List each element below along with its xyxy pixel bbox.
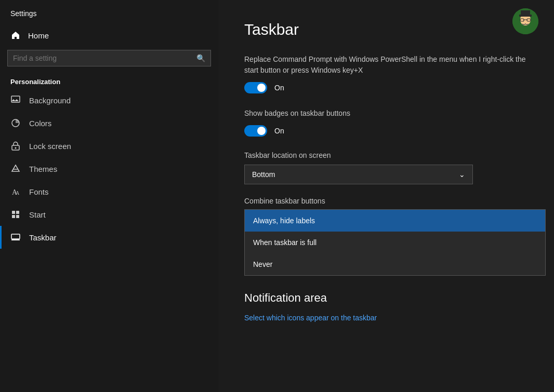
sidebar-item-taskbar[interactable]: Taskbar [0,226,218,249]
background-icon [10,95,21,105]
setting2-toggle[interactable] [244,125,267,137]
start-label: Start [29,210,46,219]
svg-rect-12 [11,239,20,240]
sidebar-item-themes[interactable]: Themes [0,157,218,180]
sidebar-item-colors[interactable]: Colors [0,112,218,134]
svg-rect-17 [521,10,530,16]
svg-rect-7 [12,211,15,214]
search-input[interactable] [13,54,192,62]
lock-screen-label: Lock screen [29,142,71,151]
combine-option-full[interactable]: When taskbar is full [245,232,545,253]
sidebar: Settings Home 🔍 Personalization Backgrou… [0,0,218,392]
combine-option-never[interactable]: Never [245,253,545,275]
themes-label: Themes [29,165,57,173]
svg-rect-8 [16,211,19,214]
taskbar-location-label: Taskbar location on screen [244,151,528,159]
svg-rect-9 [12,215,15,218]
taskbar-icons-link[interactable]: Select which icons appear on the taskbar [244,314,377,322]
taskbar-label: Taskbar [29,233,57,242]
colors-label: Colors [29,119,51,128]
colors-icon [10,118,21,128]
combine-option-never-label: Never [253,260,272,268]
themes-icon [10,164,21,174]
svg-rect-11 [11,234,20,239]
combine-option-full-label: When taskbar is full [253,238,316,247]
sidebar-item-start[interactable]: Start [0,203,218,226]
lock-screen-icon [10,141,21,151]
sidebar-item-fonts[interactable]: A A Fonts [0,180,218,203]
setting2-toggle-row: On [244,125,528,137]
app-title: Settings [0,0,218,25]
toggle1-knob [257,84,266,92]
section-label: Personalization [0,73,218,89]
setting2-toggle-label: On [274,127,284,135]
setting1-toggle[interactable] [244,82,267,93]
home-icon [10,30,21,40]
start-icon [10,209,21,220]
toggle2-knob [257,127,266,135]
fonts-icon: A A [10,186,21,197]
combine-option-always-label: Always, hide labels [253,217,315,225]
sidebar-item-background[interactable]: Background [0,89,218,112]
svg-rect-10 [16,215,19,218]
fonts-label: Fonts [29,187,49,196]
taskbar-location-value: Bottom [252,170,275,179]
taskbar-location-dropdown[interactable]: Bottom ⌄ [244,165,473,184]
combine-buttons-label: Combine taskbar buttons [244,197,528,205]
setting1-description: Replace Command Prompt with Windows Powe… [244,54,528,76]
background-label: Background [29,96,71,105]
combine-option-always[interactable]: Always, hide labels [245,210,545,232]
setting1-toggle-label: On [274,84,284,92]
setting1-toggle-row: On [244,82,528,93]
avatar [512,8,538,34]
notification-area-title: Notification area [244,291,528,305]
svg-rect-0 [11,96,20,102]
chevron-down-icon: ⌄ [459,170,465,179]
taskbar-icon [10,232,21,242]
sidebar-item-lock-screen[interactable]: Lock screen [0,134,218,157]
svg-point-3 [15,147,17,149]
svg-text:A: A [16,190,20,196]
search-icon: 🔍 [196,54,205,62]
sidebar-item-home[interactable]: Home [0,25,218,46]
page-title: Taskbar [244,21,528,38]
home-label: Home [28,31,49,40]
combine-buttons-list: Always, hide labels When taskbar is full… [244,209,546,276]
main-content: Taskbar Replace Command Prompt with Wind… [218,0,554,392]
setting2-description: Show badges on taskbar buttons [244,108,528,119]
search-box[interactable]: 🔍 [7,50,211,66]
